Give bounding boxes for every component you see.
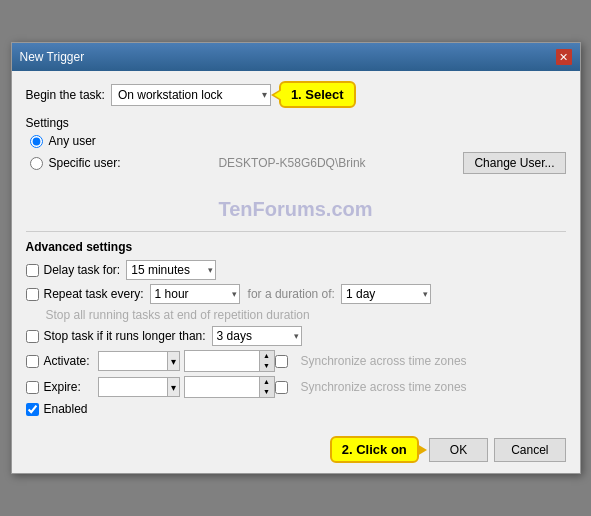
delay-task-row: Delay task for: 1 minute5 minutes15 minu… [26, 260, 566, 280]
begin-task-dropdown[interactable]: On workstation lockAt log onAt startupOn… [111, 84, 271, 106]
enabled-checkbox[interactable] [26, 403, 39, 416]
specific-user-radio[interactable] [30, 157, 43, 170]
expire-date-group: 10/ 6/2018 ▾ [98, 377, 180, 397]
stop-all-row: Stop all running tasks at end of repetit… [46, 308, 566, 322]
title-bar: New Trigger ✕ [12, 43, 580, 71]
expire-label: Expire: [44, 380, 94, 394]
watermark: TenForums.com [26, 178, 566, 231]
delay-task-dropdown-wrap: 1 minute5 minutes15 minutes30 minutes1 h… [126, 260, 216, 280]
activate-date-input[interactable]: 10/ 6/2017 [98, 351, 168, 371]
callout-select-number: 1. [291, 87, 302, 102]
advanced-label: Advanced settings [26, 240, 566, 254]
begin-task-row: Begin the task: On workstation lockAt lo… [26, 81, 566, 108]
close-button[interactable]: ✕ [556, 49, 572, 65]
new-trigger-dialog: New Trigger ✕ Begin the task: On worksta… [11, 42, 581, 474]
activate-calendar-icon[interactable]: ▾ [168, 351, 180, 371]
stop-task-label: Stop task if it runs longer than: [44, 329, 206, 343]
bottom-row: 2. Click on OK Cancel [12, 430, 580, 473]
delay-task-label: Delay task for: [44, 263, 121, 277]
ok-button[interactable]: OK [429, 438, 488, 462]
stop-all-label: Stop all running tasks at end of repetit… [46, 308, 310, 322]
expire-date-input[interactable]: 10/ 6/2018 [98, 377, 168, 397]
dialog-title: New Trigger [20, 50, 85, 64]
expire-time-down-icon[interactable]: ▼ [260, 387, 274, 397]
duration-label: for a duration of: [248, 287, 335, 301]
specific-user-row: Specific user: DESKTOP-K58G6DQ\Brink Cha… [30, 152, 566, 174]
callout-select-text: Select [305, 87, 343, 102]
expire-calendar-icon[interactable]: ▾ [168, 377, 180, 397]
callout-select: 1. Select [279, 81, 356, 108]
change-user-button[interactable]: Change User... [463, 152, 565, 174]
repeat-task-label: Repeat task every: [44, 287, 144, 301]
stop-task-dropdown-wrap: 30 minutes1 hour3 hours12 hours1 day3 da… [212, 326, 302, 346]
repeat-task-dropdown-wrap: 5 minutes10 minutes15 minutes30 minutes1… [150, 284, 240, 304]
settings-group: Settings Any user Specific user: DESKTOP… [26, 116, 566, 174]
callout-click: 2. Click on [330, 436, 419, 463]
activate-checkbox[interactable] [26, 355, 39, 368]
specific-user-label: Specific user: [49, 156, 121, 170]
stop-task-dropdown[interactable]: 30 minutes1 hour3 hours12 hours1 day3 da… [212, 326, 302, 346]
activate-label: Activate: [44, 354, 94, 368]
any-user-label: Any user [49, 134, 96, 148]
expire-row: Expire: 10/ 6/2018 ▾ 9:15:07 AM ▲ ▼ Sync… [26, 376, 566, 398]
expire-time-spinner: ▲ ▼ [259, 376, 275, 398]
specific-user-value: DESKTOP-K58G6DQ\Brink [129, 156, 456, 170]
activate-row: Activate: 10/ 6/2017 ▾ 9:15:07 AM ▲ ▼ Sy… [26, 350, 566, 372]
repeat-task-checkbox[interactable] [26, 288, 39, 301]
any-user-row: Any user [30, 134, 566, 148]
begin-task-dropdown-container: On workstation lockAt log onAt startupOn… [111, 84, 271, 106]
expire-time-input[interactable]: 9:15:07 AM [184, 376, 259, 398]
activate-time-up-icon[interactable]: ▲ [260, 351, 274, 361]
activate-time-group: 9:15:07 AM ▲ ▼ [184, 350, 275, 372]
expire-time-up-icon[interactable]: ▲ [260, 377, 274, 387]
delay-task-dropdown[interactable]: 1 minute5 minutes15 minutes30 minutes1 h… [126, 260, 216, 280]
sync-tz1-checkbox[interactable] [275, 355, 288, 368]
repeat-task-dropdown[interactable]: 5 minutes10 minutes15 minutes30 minutes1… [150, 284, 240, 304]
stop-task-row: Stop task if it runs longer than: 30 min… [26, 326, 566, 346]
settings-label: Settings [26, 116, 566, 130]
duration-dropdown[interactable]: 1 hour12 hours1 day3 daysIndefinitely [341, 284, 431, 304]
callout-click-text: Click on [356, 442, 407, 457]
enabled-label: Enabled [44, 402, 88, 416]
sync-tz2-checkbox[interactable] [275, 381, 288, 394]
expire-checkbox[interactable] [26, 381, 39, 394]
enabled-row: Enabled [26, 402, 566, 416]
begin-task-label: Begin the task: [26, 88, 105, 102]
repeat-task-row: Repeat task every: 5 minutes10 minutes15… [26, 284, 566, 304]
activate-time-spinner: ▲ ▼ [259, 350, 275, 372]
any-user-radio[interactable] [30, 135, 43, 148]
sync-tz1-label: Synchronize across time zones [301, 354, 467, 368]
expire-time-group: 9:15:07 AM ▲ ▼ [184, 376, 275, 398]
activate-date-group: 10/ 6/2017 ▾ [98, 351, 180, 371]
delay-task-checkbox[interactable] [26, 264, 39, 277]
sync-tz2-label: Synchronize across time zones [301, 380, 467, 394]
advanced-settings: Advanced settings Delay task for: 1 minu… [26, 231, 566, 416]
stop-task-checkbox[interactable] [26, 330, 39, 343]
cancel-button[interactable]: Cancel [494, 438, 565, 462]
dialog-body: Begin the task: On workstation lockAt lo… [12, 71, 580, 430]
duration-dropdown-wrap: 1 hour12 hours1 day3 daysIndefinitely ▾ [341, 284, 431, 304]
activate-time-down-icon[interactable]: ▼ [260, 361, 274, 371]
callout-click-number: 2. [342, 442, 353, 457]
activate-time-input[interactable]: 9:15:07 AM [184, 350, 259, 372]
